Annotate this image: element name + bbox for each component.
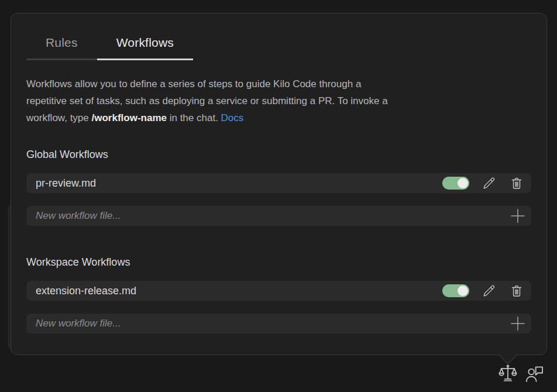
docs-link[interactable]: Docs [221,112,244,123]
plus-icon [510,316,525,331]
description-line-2: repetitive set of tasks, such as deployi… [26,92,531,109]
plus-icon [510,208,525,223]
new-workflow-input[interactable] [36,318,510,329]
feedback-button[interactable] [524,363,545,386]
add-workflow-button[interactable] [510,208,525,223]
tabs: Rules Workflows [26,13,531,60]
new-workflow-input[interactable] [36,210,510,222]
workflow-command-example: /workflow-name [92,112,167,123]
tab-rules[interactable]: Rules [26,36,97,60]
feedback-icon [524,363,545,384]
workflow-file-row: extension-release.md [26,281,531,301]
workflows-description: Workflows allow you to define a series o… [26,75,531,126]
row-controls [442,176,524,191]
description-line-1: Workflows allow you to define a series o… [26,75,531,92]
workflow-file-name: pr-review.md [36,177,96,190]
pencil-icon [482,176,496,190]
toggle-knob [458,178,468,188]
law-scale-icon [498,364,518,384]
workflow-file-row: pr-review.md [26,173,531,193]
workflow-file-name: extension-release.md [36,285,136,297]
row-controls [442,283,524,298]
rules-workflows-button[interactable] [498,364,518,386]
workflow-enabled-toggle[interactable] [442,284,469,297]
description-line-3: workflow, type /workflow-name in the cha… [26,109,531,126]
new-workflow-input-row [26,314,531,333]
trash-icon [510,284,524,298]
toggle-knob [458,286,468,296]
delete-workflow-button[interactable] [509,283,524,298]
workflows-panel: Rules Workflows Workflows allow you to d… [11,13,547,355]
tab-workflows[interactable]: Workflows [97,36,193,60]
edit-workflow-button[interactable] [482,283,497,298]
trash-icon [510,176,524,190]
global-workflows-title: Global Workflows [26,149,531,161]
pencil-icon [482,284,496,298]
delete-workflow-button[interactable] [509,176,524,191]
new-workflow-input-row [26,206,531,226]
workspace-workflows-title: Workspace Workflows [26,256,531,269]
edit-workflow-button[interactable] [482,176,497,191]
add-workflow-button[interactable] [510,316,525,331]
workflow-enabled-toggle[interactable] [442,177,469,190]
